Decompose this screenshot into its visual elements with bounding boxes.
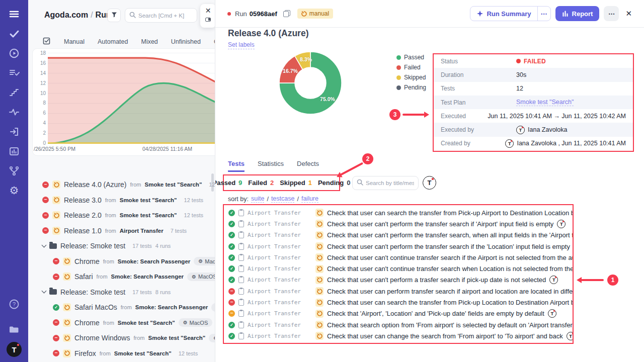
copy-icon[interactable] <box>283 10 290 17</box>
run-status-icon <box>53 335 59 341</box>
chevron-down-icon[interactable] <box>42 289 47 294</box>
run-summary-more-button[interactable]: ⋯ <box>537 7 550 21</box>
runs-filter-tab[interactable]: Unfinished <box>171 38 201 45</box>
assignee-avatar: T <box>549 276 558 284</box>
result-counts: Passed 9 Failed 2 Skipped 1 Pending 0 <box>223 174 340 191</box>
test-row[interactable]: Airport Transfer Check that search optio… <box>224 319 573 330</box>
runs-filter-tab[interactable]: Manual <box>64 38 85 45</box>
manual-run-icon <box>315 209 324 217</box>
run-list-item[interactable]: Release: Smoke test 17 tests 8 runs <box>28 285 215 300</box>
count-filter[interactable]: Skipped 1 <box>280 179 312 187</box>
test-row[interactable]: Airport Transfer Check that user can't p… <box>224 241 573 252</box>
suite-name: Airport Transfer <box>248 277 312 283</box>
chevron-down-icon[interactable] <box>42 242 47 247</box>
testcase-icon <box>238 333 244 339</box>
projects-folder-icon[interactable] <box>7 322 21 336</box>
detail-tab[interactable]: Defects <box>297 160 319 172</box>
branches-icon[interactable] <box>7 164 21 178</box>
report-button[interactable]: Report <box>555 6 600 21</box>
breadcrumb-project[interactable]: Agoda.com <box>44 11 88 19</box>
detail-tabs: TestsStatisticsDefects <box>228 160 319 172</box>
checklist-icon[interactable] <box>42 36 51 47</box>
test-row[interactable]: Airport Transfer Check that 'Airport', '… <box>224 308 573 319</box>
count-filter[interactable]: Failed 2 <box>248 179 274 187</box>
test-row[interactable]: Airport Transfer Check that user can't p… <box>224 230 573 241</box>
test-row[interactable]: Airport Transfer Check that user can sea… <box>224 297 573 308</box>
run-list-item[interactable]: Safari MacOs from Smoke: Search Passenge… <box>28 300 215 315</box>
panel-close-card: ✕ <box>200 4 215 28</box>
test-row[interactable]: Airport Transfer Check that user can cha… <box>224 330 573 341</box>
legend-item[interactable]: Skipped <box>396 74 426 81</box>
test-row[interactable]: Airport Transfer Check that user can't p… <box>224 218 573 229</box>
runs-filter-tab[interactable]: Automated <box>98 38 128 45</box>
tests-search-input[interactable] <box>366 180 414 186</box>
run-list-item[interactable]: Release 4.0 (Azure) from Smoke test "Sea… <box>28 177 215 193</box>
test-row[interactable]: Airport Transfer Check that user can per… <box>224 286 573 297</box>
run-list-item[interactable]: Release 3.0 from Smoke test "Search" 12 … <box>28 193 215 208</box>
menu-icon[interactable] <box>7 7 21 21</box>
run-list-item[interactable]: Chrome from Smoke test "Search" ⚙MacOS⚙C… <box>28 315 215 331</box>
run-list-item[interactable]: Release 1.0 from Airport Transfer 7 test… <box>28 223 215 239</box>
test-row[interactable]: Airport Transfer Check that user can sea… <box>224 207 573 218</box>
test-row[interactable]: Airport Transfer Check that user can't c… <box>224 263 573 274</box>
test-row[interactable]: Airport Transfer Check that user can't p… <box>224 275 573 286</box>
count-filter[interactable]: Pending 0 <box>318 179 351 187</box>
run-summary-button[interactable]: Run Summary <box>470 7 537 21</box>
set-labels-link[interactable]: Set labels <box>228 41 255 49</box>
run-title: Release: Smoke test <box>60 288 125 296</box>
legend-dot-icon <box>396 85 401 90</box>
status-row: Executed by T Iana Zavoloka <box>434 123 633 136</box>
run-runs-count: 4 runs <box>155 243 171 249</box>
milestones-steps-icon[interactable] <box>7 85 21 100</box>
y-tick-label: 6 <box>43 110 46 116</box>
analytics-report-icon[interactable] <box>7 144 21 158</box>
legend-item[interactable]: Passed <box>396 54 426 61</box>
import-signin-icon[interactable] <box>7 125 21 139</box>
run-tests-count: 12 tests <box>179 350 198 356</box>
test-status-icon <box>228 288 235 295</box>
manual-run-icon <box>52 196 60 204</box>
detail-tab[interactable]: Statistics <box>258 160 284 172</box>
env-badges: ⚙MacOS⚙Chrome <box>179 318 215 327</box>
y-tick-label: 18 <box>40 50 46 56</box>
dock-panel-icon[interactable] <box>205 18 211 22</box>
run-list-item[interactable]: Release 2.0 from Smoke test "Search" 12 … <box>28 208 215 223</box>
sort-by-suite[interactable]: suite <box>251 195 264 203</box>
run-list-item[interactable]: Chrome Windows from Smoke test "Search" … <box>28 330 215 346</box>
more-actions-button[interactable]: ⋯ <box>604 6 619 21</box>
help-icon[interactable]: ? <box>7 297 21 311</box>
run-list-item[interactable]: Release: Smoke test 17 tests 4 runs <box>28 238 215 254</box>
detail-tab[interactable]: Tests <box>228 160 245 172</box>
run-list-icon[interactable] <box>7 66 21 80</box>
tasks-check-icon[interactable] <box>7 27 21 41</box>
run-list-item[interactable]: Chrome from Smoke: Search Passenger ⚙Mac… <box>28 254 215 269</box>
settings-gear-icon[interactable]: ⚙ <box>7 184 21 198</box>
assignee-avatar-button[interactable]: T <box>423 176 436 190</box>
runs-filter-tab[interactable]: Mixed <box>141 38 157 45</box>
y-tick-label: 10 <box>40 90 46 96</box>
testomat-logo[interactable]: T <box>7 342 22 357</box>
testcase-icon <box>238 210 244 216</box>
assignee-avatar: T <box>567 332 573 340</box>
annotation-circle-2: 2 <box>362 153 373 164</box>
test-status-icon <box>228 254 235 261</box>
close-run-icon[interactable]: ✕ <box>625 9 632 18</box>
status-row-value[interactable]: Smoke test "Search" <box>516 99 574 106</box>
runs-filter-tab[interactable]: Groups <box>214 38 215 45</box>
run-tests-count: 7 tests <box>171 228 187 234</box>
status-row-label: Status <box>441 58 516 65</box>
legend-item[interactable]: Failed <box>396 64 426 71</box>
legend-item[interactable]: Pending <box>396 84 426 91</box>
runs-play-icon[interactable] <box>7 46 21 60</box>
status-row-label: Executed by <box>441 126 516 133</box>
search-input[interactable] <box>138 13 193 19</box>
run-list-item[interactable]: Safari from Smoke: Search Passenger ⚙Mac… <box>28 269 215 285</box>
test-row[interactable]: Airport Transfer Check that user can't c… <box>224 252 573 263</box>
sort-by-failure[interactable]: failure <box>301 195 318 203</box>
count-filter[interactable]: Passed 9 <box>213 179 243 187</box>
run-list-item[interactable]: Firefox from Smoke test "Search" 12 test… <box>28 346 215 361</box>
activity-pulse-icon[interactable] <box>7 105 21 119</box>
filter-button[interactable] <box>107 9 121 22</box>
sort-by-testcase[interactable]: testcase <box>271 195 295 203</box>
close-icon[interactable]: ✕ <box>205 7 211 14</box>
